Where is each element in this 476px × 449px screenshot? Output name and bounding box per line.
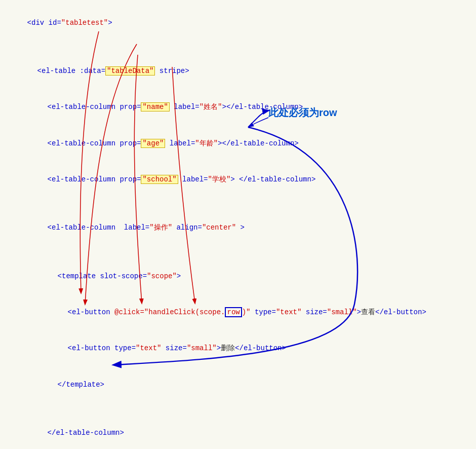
line-2: <el-table :data="tableData" stripe> (10, 53, 466, 89)
annotation-text: 此处必须为row (268, 104, 337, 121)
line-4: <el-table-column prop="age" label="年龄"><… (10, 126, 466, 162)
code-container: <div id="tabletest"> <el-table :data="ta… (0, 0, 476, 449)
line-5: <el-table-column prop="school" label="学校… (10, 162, 466, 198)
line-blank-4 (10, 403, 466, 415)
line-3: <el-table-column prop="name" label="姓名">… (10, 90, 466, 126)
line-blank-1 (10, 41, 466, 53)
line-8: <el-button @click="handleClick(scope.row… (10, 294, 466, 330)
line-10: </template> (10, 367, 466, 403)
line-blank-2 (10, 198, 466, 210)
line-9: <el-button type="text" size="small">删除</… (10, 331, 466, 367)
line-11: </el-table-column> (10, 415, 466, 449)
line-6: <el-table-column label="操作" align="cente… (10, 210, 466, 246)
line-blank-3 (10, 246, 466, 258)
line-7: <template slot-scope="scope"> (10, 258, 466, 294)
line-1: <div id="tabletest"> (10, 5, 466, 41)
